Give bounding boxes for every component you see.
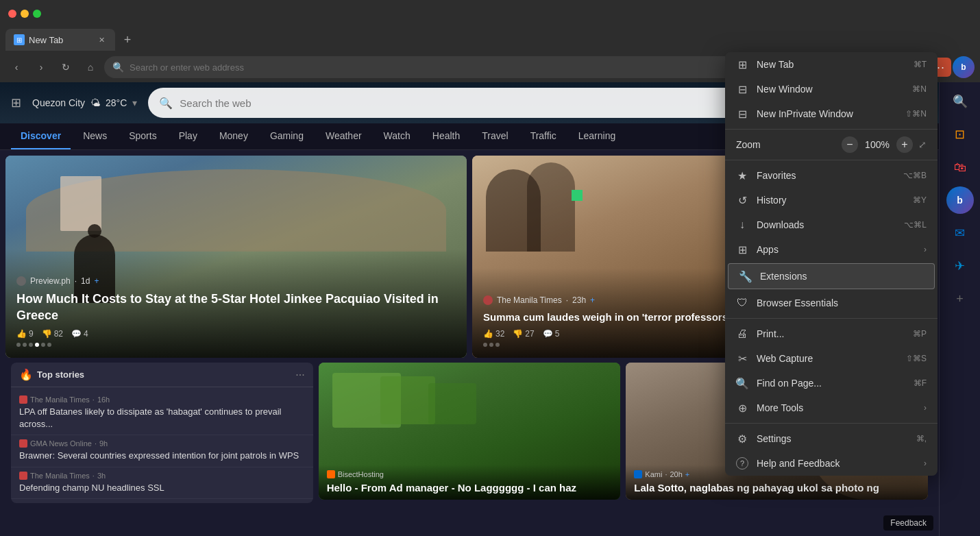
zoom-value: 100% bbox=[863, 139, 891, 150]
menu-print[interactable]: 🖨 Print... ⌘P bbox=[725, 321, 938, 346]
more-tools-icon: ⊕ bbox=[736, 402, 748, 414]
new-window-icon: ⊟ bbox=[736, 83, 748, 95]
new-tab-icon: ⊞ bbox=[736, 58, 748, 71]
menu-new-window[interactable]: ⊟ New Window ⌘N bbox=[725, 77, 938, 101]
settings-label: Settings bbox=[757, 433, 908, 444]
downloads-label: Downloads bbox=[757, 219, 896, 230]
zoom-out-button[interactable]: − bbox=[842, 136, 858, 153]
find-icon: 🔍 bbox=[736, 377, 748, 389]
favorites-icon: ★ bbox=[736, 169, 748, 182]
browser-essentials-label: Browser Essentials bbox=[757, 297, 927, 308]
new-window-label: New Window bbox=[757, 84, 904, 95]
menu-history[interactable]: ↺ History ⌘Y bbox=[725, 188, 938, 212]
history-label: History bbox=[757, 195, 905, 206]
print-icon: 🖨 bbox=[736, 328, 748, 340]
favorites-shortcut: ⌥⌘B bbox=[903, 171, 927, 180]
divider-1 bbox=[725, 129, 938, 130]
divider-4 bbox=[725, 423, 938, 424]
settings-shortcut: ⌘, bbox=[916, 434, 927, 443]
more-tools-arrow-icon: › bbox=[924, 403, 927, 413]
menu-favorites[interactable]: ★ Favorites ⌥⌘B bbox=[725, 163, 938, 188]
menu-settings[interactable]: ⚙ Settings ⌘, bbox=[725, 426, 938, 451]
menu-more-tools[interactable]: ⊕ More Tools › bbox=[725, 395, 938, 420]
menu-downloads[interactable]: ↓ Downloads ⌥⌘L bbox=[725, 212, 938, 237]
menu-new-tab[interactable]: ⊞ New Tab ⌘T bbox=[725, 52, 938, 77]
dropdown-menu: ⊞ New Tab ⌘T ⊟ New Window ⌘N ⊟ New InPri… bbox=[725, 52, 938, 476]
new-tab-label: New Tab bbox=[757, 59, 905, 70]
divider-3 bbox=[725, 318, 938, 319]
favorites-label: Favorites bbox=[757, 170, 895, 181]
menu-find-on-page[interactable]: 🔍 Find on Page... ⌘F bbox=[725, 371, 938, 395]
find-shortcut: ⌘F bbox=[914, 378, 927, 388]
inprivate-shortcut: ⇧⌘N bbox=[905, 109, 927, 119]
zoom-label: Zoom bbox=[736, 139, 833, 150]
menu-apps[interactable]: ⊞ Apps › bbox=[725, 237, 938, 262]
menu-help-feedback[interactable]: ? Help and Feedback › bbox=[725, 451, 938, 476]
apps-icon: ⊞ bbox=[736, 243, 748, 256]
help-icon: ? bbox=[736, 457, 748, 470]
print-label: Print... bbox=[757, 328, 905, 339]
new-window-shortcut: ⌘N bbox=[912, 84, 927, 94]
divider-2 bbox=[725, 160, 938, 160]
dropdown-overlay: ⊞ New Tab ⌘T ⊟ New Window ⌘N ⊟ New InPri… bbox=[0, 0, 980, 536]
help-label: Help and Feedback bbox=[757, 458, 916, 469]
menu-browser-essentials[interactable]: 🛡 Browser Essentials bbox=[725, 291, 938, 315]
find-label: Find on Page... bbox=[757, 378, 905, 389]
downloads-shortcut: ⌥⌘L bbox=[904, 220, 927, 230]
help-arrow-icon: › bbox=[924, 459, 927, 468]
more-tools-label: More Tools bbox=[757, 402, 916, 413]
apps-arrow-icon: › bbox=[924, 245, 927, 254]
web-capture-shortcut: ⇧⌘S bbox=[906, 354, 927, 363]
history-shortcut: ⌘Y bbox=[913, 195, 927, 205]
web-capture-label: Web Capture bbox=[757, 353, 898, 364]
menu-inprivate[interactable]: ⊟ New InPrivate Window ⇧⌘N bbox=[725, 101, 938, 126]
inprivate-label: New InPrivate Window bbox=[757, 108, 897, 119]
menu-web-capture[interactable]: ✂ Web Capture ⇧⌘S bbox=[725, 346, 938, 371]
downloads-icon: ↓ bbox=[736, 219, 748, 231]
browser-essentials-icon: 🛡 bbox=[736, 297, 748, 309]
menu-zoom: Zoom − 100% + ⤢ bbox=[725, 132, 938, 157]
inprivate-icon: ⊟ bbox=[736, 108, 748, 120]
menu-extensions[interactable]: 🔧 Extensions bbox=[728, 263, 935, 289]
zoom-expand-icon[interactable]: ⤢ bbox=[918, 139, 927, 150]
history-icon: ↺ bbox=[736, 194, 748, 206]
extensions-label: Extensions bbox=[760, 271, 923, 282]
zoom-controls: − 100% + ⤢ bbox=[842, 136, 927, 153]
apps-label: Apps bbox=[757, 244, 916, 255]
print-shortcut: ⌘P bbox=[913, 329, 927, 339]
new-tab-shortcut: ⌘T bbox=[914, 60, 927, 69]
settings-icon: ⚙ bbox=[736, 433, 748, 445]
extensions-icon: 🔧 bbox=[739, 270, 752, 282]
zoom-in-button[interactable]: + bbox=[896, 136, 913, 153]
web-capture-icon: ✂ bbox=[736, 352, 748, 365]
